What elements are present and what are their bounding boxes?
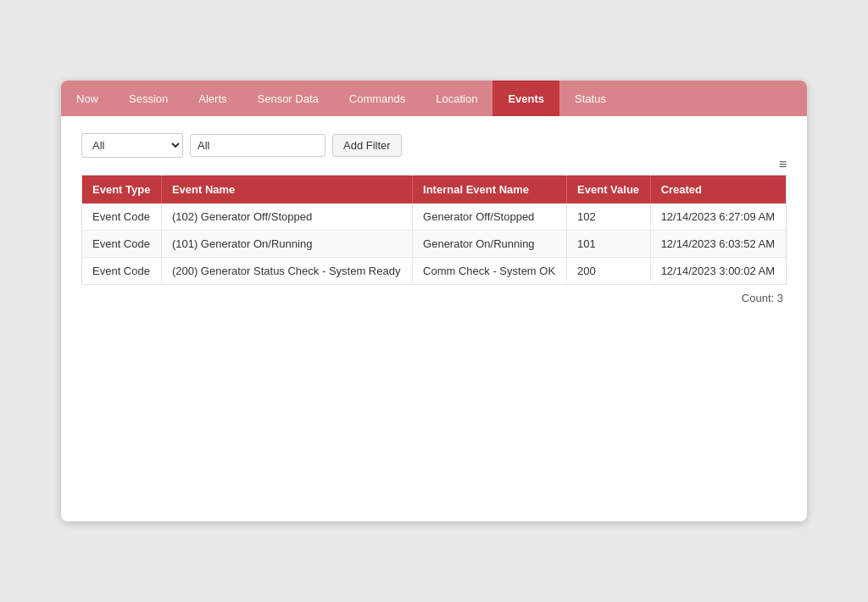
nav-item-sensor-data[interactable]: Sensor Data bbox=[242, 81, 334, 116]
nav-item-events[interactable]: Events bbox=[492, 81, 559, 116]
table-header: Event TypeEvent NameInternal Event NameE… bbox=[82, 176, 787, 204]
created-cell: 12/14/2023 3:00:02 AM bbox=[650, 258, 786, 285]
col-header-event-value: Event Value bbox=[567, 176, 651, 204]
table-body: Event Code(102) Generator Off/StoppedGen… bbox=[82, 203, 787, 285]
nav-item-now[interactable]: Now bbox=[61, 81, 114, 116]
event-type-cell: Event Code bbox=[82, 258, 162, 285]
created-cell: 12/14/2023 6:03:52 AM bbox=[650, 231, 786, 258]
table-header-row: Event TypeEvent NameInternal Event NameE… bbox=[82, 176, 787, 204]
event-value-cell: 102 bbox=[567, 203, 651, 231]
table-row[interactable]: Event Code(101) Generator On/RunningGene… bbox=[82, 231, 787, 258]
event-value-cell: 200 bbox=[567, 258, 651, 285]
event-value-cell: 101 bbox=[567, 231, 651, 258]
created-cell: 12/14/2023 6:27:09 AM bbox=[650, 203, 786, 231]
filter-value-input[interactable] bbox=[190, 134, 326, 157]
add-filter-button[interactable]: Add Filter bbox=[332, 134, 402, 157]
filter-bar: All Add Filter bbox=[81, 133, 787, 158]
table-row[interactable]: Event Code(200) Generator Status Check -… bbox=[82, 258, 787, 285]
table-row[interactable]: Event Code(102) Generator Off/StoppedGen… bbox=[82, 203, 787, 231]
nav-item-location[interactable]: Location bbox=[420, 81, 492, 116]
nav-item-status[interactable]: Status bbox=[559, 81, 621, 116]
col-header-internal-event-name: Internal Event Name bbox=[413, 176, 567, 204]
main-container: NowSessionAlertsSensor DataCommandsLocat… bbox=[61, 81, 807, 521]
event-name-cell: (102) Generator Off/Stopped bbox=[161, 203, 412, 231]
nav-item-session[interactable]: Session bbox=[114, 81, 183, 116]
col-header-event-name: Event Name bbox=[161, 176, 412, 204]
col-header-event-type: Event Type bbox=[82, 176, 162, 204]
col-header-created: Created bbox=[650, 176, 786, 204]
nav-item-commands[interactable]: Commands bbox=[334, 81, 420, 116]
count-display: Count: 3 bbox=[81, 285, 787, 311]
content-area: All Add Filter ≡ Event TypeEvent NameInt… bbox=[61, 116, 807, 328]
event-name-cell: (200) Generator Status Check - System Re… bbox=[161, 258, 412, 285]
table-container: ≡ Event TypeEvent NameInternal Event Nam… bbox=[81, 175, 787, 311]
nav-item-alerts[interactable]: Alerts bbox=[183, 81, 242, 116]
internal-event-name-cell: Generator On/Running bbox=[413, 231, 567, 258]
nav-bar: NowSessionAlertsSensor DataCommandsLocat… bbox=[61, 81, 807, 116]
data-table: Event TypeEvent NameInternal Event NameE… bbox=[81, 175, 787, 285]
filter-type-select[interactable]: All bbox=[81, 133, 183, 158]
internal-event-name-cell: Comm Check - System OK bbox=[413, 258, 567, 285]
event-type-cell: Event Code bbox=[82, 203, 162, 231]
event-name-cell: (101) Generator On/Running bbox=[161, 231, 412, 258]
event-type-cell: Event Code bbox=[82, 231, 162, 258]
internal-event-name-cell: Generator Off/Stopped bbox=[413, 203, 567, 231]
table-menu-icon[interactable]: ≡ bbox=[779, 158, 787, 171]
